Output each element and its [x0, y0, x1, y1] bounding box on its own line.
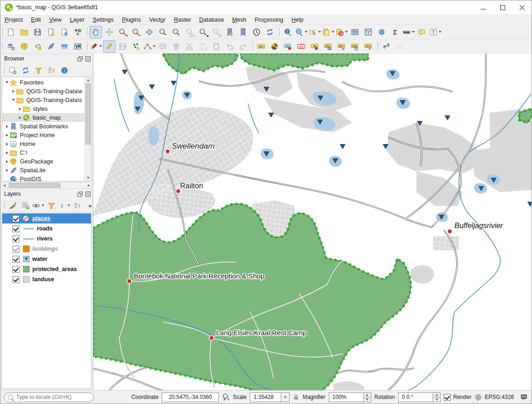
manage-map-themes-dropdown-icon[interactable] — [42, 205, 44, 206]
minimize-button[interactable] — [473, 0, 493, 14]
coordinate-value[interactable]: 20.5470,-34.0360 — [162, 392, 219, 402]
measure-button[interactable] — [402, 26, 415, 38]
expand-collapse-all-button[interactable] — [71, 199, 83, 211]
browser-item-postgis[interactable]: PostGIS — [2, 175, 85, 181]
highlight-pinned-labels-button[interactable]: ab — [282, 40, 294, 53]
temporal-controller-button[interactable] — [250, 26, 263, 38]
open-layer-styling-button[interactable] — [6, 199, 18, 211]
redo-button[interactable] — [237, 40, 249, 53]
rotation-value[interactable]: 0.0 ° — [398, 392, 433, 402]
roads-visibility-checkbox[interactable] — [12, 225, 19, 232]
text-annotation-button[interactable]: T — [429, 26, 441, 38]
undo-button[interactable] — [224, 40, 236, 53]
rotation-down-icon[interactable] — [433, 398, 440, 402]
delete-selected-button[interactable] — [170, 40, 182, 53]
zoom-full-button[interactable] — [143, 26, 156, 38]
browser-float-button[interactable] — [77, 55, 83, 62]
expand-arrow-icon[interactable] — [17, 116, 23, 119]
browser-horizontal-scrollbar[interactable] — [2, 182, 91, 189]
collapse-arrow-icon[interactable] — [11, 99, 16, 101]
refresh-browser-button[interactable] — [19, 64, 31, 76]
landuse-visibility-checkbox[interactable] — [12, 276, 19, 283]
filter-legend-button[interactable] — [45, 199, 57, 211]
expand-arrow-icon[interactable] — [4, 125, 10, 128]
select-features-dropdown-icon[interactable] — [318, 31, 321, 33]
browser-item-training-data-s[interactable]: QGIS-Training-Data\s — [2, 96, 85, 104]
deselect-features-dropdown-icon[interactable] — [345, 31, 348, 33]
current-edits-dropdown-icon[interactable] — [99, 45, 102, 47]
expand-arrow-icon[interactable] — [4, 143, 10, 145]
layer-item-buildings[interactable]: buildings — [2, 244, 91, 254]
new-virtual-layer-button[interactable] — [72, 40, 84, 53]
open-data-source-manager-button[interactable] — [5, 40, 17, 53]
run-feature-action-button[interactable] — [295, 26, 308, 38]
add-selected-layers-button[interactable] — [6, 64, 18, 76]
map-canvas[interactable]: SwellendamRailtonBuffeljagsrivierBontebo… — [93, 54, 532, 390]
menu-settings[interactable]: Settings — [89, 14, 118, 24]
render-checkbox[interactable] — [444, 394, 451, 401]
show-spatial-bookmarks-button[interactable] — [237, 26, 249, 38]
browser-item-home[interactable]: Home — [2, 139, 85, 148]
browser-item-c-drive[interactable]: C:\ — [2, 148, 85, 157]
expand-arrow-icon[interactable] — [17, 108, 23, 110]
run-feature-action-dropdown-icon[interactable] — [305, 31, 308, 33]
scroll-up-icon[interactable] — [85, 77, 91, 83]
expand-arrow-icon[interactable] — [4, 151, 10, 154]
scale-combo[interactable]: 1:35428 — [250, 392, 290, 402]
menu-database[interactable]: Database — [195, 14, 228, 24]
modify-attributes-button[interactable] — [157, 40, 169, 53]
new-print-layout-button[interactable] — [45, 26, 57, 38]
close-button[interactable] — [512, 0, 532, 14]
layer-item-rivers[interactable]: rivers — [2, 234, 91, 244]
messages-icon[interactable] — [520, 393, 528, 401]
browser-item-styles[interactable]: styles — [2, 104, 85, 113]
scale-dropdown-icon[interactable] — [281, 392, 290, 402]
style-manager-button[interactable]: a — [72, 26, 84, 38]
locator-input[interactable] — [15, 393, 90, 401]
add-group-button[interactable] — [19, 199, 31, 211]
identify-features-button[interactable]: i — [282, 26, 294, 38]
layer-labeling-options-button[interactable]: abc — [255, 40, 267, 53]
menu-vector[interactable]: Vector — [145, 14, 169, 24]
select-features-button[interactable] — [308, 26, 321, 38]
scroll-left-icon[interactable] — [3, 184, 6, 187]
new-gpx-layer-button[interactable] — [58, 40, 71, 53]
deselect-features-button[interactable] — [335, 26, 348, 38]
menu-project[interactable]: Project — [0, 14, 27, 24]
vertex-tool-dropdown-icon[interactable] — [153, 45, 156, 47]
magnifier-spinbox[interactable]: 100% — [329, 392, 371, 402]
magnifier-down-icon[interactable] — [364, 398, 371, 402]
collapse-arrow-icon[interactable] — [4, 81, 10, 84]
collapse-all-button[interactable] — [45, 64, 57, 76]
zoom-to-selection-button[interactable] — [157, 26, 169, 38]
field-calculator-button[interactable] — [362, 26, 375, 38]
text-annotation-dropdown-icon[interactable] — [439, 31, 441, 33]
properties-widget-button[interactable]: i — [58, 64, 70, 76]
vertex-tool-button[interactable] — [143, 40, 156, 53]
new-shapefile-layer-button[interactable]: V — [31, 40, 44, 53]
expand-arrow-icon[interactable] — [11, 90, 16, 93]
layer-item-roads[interactable]: roads — [2, 223, 91, 234]
crs-globe-icon[interactable] — [475, 394, 482, 401]
browser-item-favorites[interactable]: Favorites — [2, 78, 85, 87]
browser-vertical-scrollbar[interactable] — [85, 77, 91, 181]
browser-hscroll-thumb[interactable] — [9, 183, 60, 188]
zoom-to-layer-button[interactable] — [170, 26, 182, 38]
new-spatialite-layer-button[interactable] — [45, 40, 57, 53]
menu-raster[interactable]: Raster — [170, 14, 195, 24]
scroll-down-icon[interactable] — [85, 175, 91, 181]
cut-features-button[interactable] — [183, 40, 196, 53]
menu-processing[interactable]: Processing — [250, 14, 287, 24]
open-attribute-table-button[interactable] — [349, 26, 361, 38]
new-spatial-bookmark-button[interactable] — [224, 26, 236, 38]
places-visibility-checkbox[interactable] — [12, 215, 19, 222]
lock-scale-icon[interactable] — [293, 394, 299, 400]
new-geopackage-layer-button[interactable] — [18, 40, 30, 53]
python-console-button[interactable] — [380, 40, 393, 53]
expand-arrow-icon[interactable] — [4, 160, 10, 163]
menu-layer[interactable]: Layer — [66, 14, 89, 24]
maximize-button[interactable] — [493, 0, 512, 14]
menu-edit[interactable]: Edit — [27, 14, 45, 24]
rotation-up-icon[interactable] — [433, 393, 440, 398]
protected_areas-visibility-checkbox[interactable] — [12, 266, 19, 273]
